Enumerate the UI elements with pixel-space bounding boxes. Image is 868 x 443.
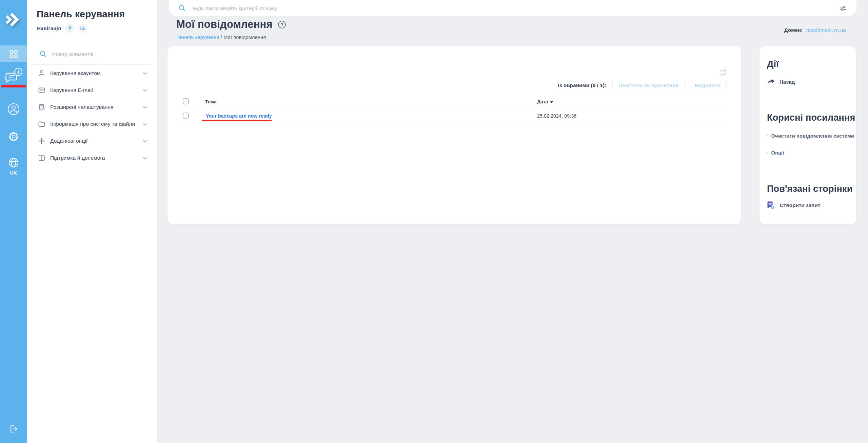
- list-view-icon: [80, 26, 85, 31]
- toggle-menu-view-button[interactable]: [78, 24, 87, 33]
- bulk-actions-row: Із обраними (0 / 1): Помітити як прочита…: [558, 80, 727, 90]
- delete-button[interactable]: Видалити: [689, 80, 727, 90]
- selection-count-label: Із обраними (0 / 1):: [558, 82, 607, 88]
- settings-gear-icon[interactable]: [8, 131, 19, 142]
- help-icon[interactable]: ?: [278, 20, 286, 29]
- sidebar-item-label: Керування акаунтом: [50, 70, 101, 76]
- domain-indicator: Домен: testdomain.vn.ua: [784, 27, 846, 33]
- dashboard-grid-icon[interactable]: [8, 48, 19, 59]
- language-code-label[interactable]: UK: [0, 170, 27, 176]
- pin-sidebar-button[interactable]: [65, 24, 74, 33]
- column-header-date[interactable]: Дата: [537, 99, 553, 104]
- column-header-date-label: Дата: [537, 99, 548, 104]
- chevron-down-icon: [143, 72, 147, 75]
- clear-system-messages-link[interactable]: ·Очистити повідомлення системи: [766, 133, 854, 139]
- sidebar-item-additional-options[interactable]: Додаткові опції: [27, 133, 157, 149]
- sidebar-item-label: Розширені налаштування: [50, 104, 114, 110]
- envelope-icon: [37, 86, 46, 94]
- chevron-down-icon: [143, 89, 147, 92]
- user-icon: [37, 69, 46, 77]
- notifications-messages-icon[interactable]: 1: [4, 70, 19, 84]
- sidebar-item-system-info-files[interactable]: Інформація про систему та файли: [27, 116, 157, 133]
- sidebar-item-account-management[interactable]: Керування акаунтом: [27, 65, 157, 82]
- annotation-red-underline-row: [202, 120, 272, 121]
- account-user-icon[interactable]: [7, 103, 20, 116]
- select-all-checkbox[interactable]: [183, 98, 189, 104]
- back-label: Назад: [780, 79, 795, 85]
- sidebar-item-label: Додаткові опції: [50, 138, 87, 144]
- global-search-bar: [169, 0, 856, 16]
- search-icon: [39, 50, 47, 58]
- create-request-link[interactable]: Створити запит: [766, 201, 821, 210]
- unread-count-badge: 1: [14, 68, 22, 76]
- back-action[interactable]: Назад: [767, 78, 795, 85]
- forward-arrow-icon: [767, 78, 775, 85]
- bullet: ·: [766, 133, 768, 139]
- global-search-input[interactable]: [193, 0, 820, 16]
- chevron-down-icon: [143, 123, 147, 126]
- create-request-label: Створити запит: [780, 202, 821, 208]
- breadcrumb-parent-link[interactable]: Панель керування: [176, 35, 219, 40]
- folder-icon: [37, 120, 46, 128]
- messages-card: Із обраними (0 / 1): Помітити як прочита…: [167, 46, 741, 224]
- page-header: Мої повідомлення ?: [176, 18, 286, 31]
- message-subject-link[interactable]: Your backups are now ready: [206, 113, 272, 119]
- icon-sidebar: 1 UK: [0, 0, 27, 443]
- mark-as-read-button[interactable]: Помітити як прочитане: [612, 80, 685, 90]
- pin-icon: [67, 26, 72, 31]
- chevron-down-icon: [143, 140, 147, 143]
- actions-title: Дії: [767, 59, 779, 69]
- plus-icon: [37, 137, 46, 145]
- row-checkbox[interactable]: [183, 113, 189, 119]
- filter-elements-input[interactable]: [52, 51, 143, 57]
- sidebar-item-advanced-settings[interactable]: Розширені налаштування: [27, 99, 157, 116]
- message-date: 25.02.2024, 09:36: [537, 113, 576, 119]
- page-title: Мої повідомлення: [176, 18, 273, 31]
- options-link[interactable]: ·Опції: [766, 150, 784, 156]
- sidebar-item-label: Інформація про систему та файли: [50, 121, 135, 127]
- create-request-ticket-icon: [766, 201, 775, 210]
- breadcrumb-separator: /: [219, 35, 224, 40]
- sidebar-filter: [39, 50, 151, 58]
- refresh-icon[interactable]: [719, 69, 727, 76]
- sidebar-item-email-management[interactable]: Керування E-mail: [27, 82, 157, 99]
- side-actions-panel: Дії Назад Корисні посилання ·Очистити по…: [760, 46, 856, 224]
- sidebar-item-label: Керування E-mail: [50, 87, 93, 93]
- link-label: Очистити повідомлення системи: [771, 133, 854, 139]
- bullet: ·: [766, 150, 768, 156]
- logout-icon[interactable]: [9, 424, 18, 434]
- useful-links-title: Корисні посилання: [767, 113, 855, 123]
- search-settings-sliders-icon[interactable]: [839, 4, 847, 12]
- breadcrumb: Панель керування / Мої повідомлення: [176, 35, 266, 40]
- svg-text:?: ?: [281, 22, 283, 27]
- table-divider: [179, 108, 730, 108]
- sidebar-item-label: Підтримка й допомога: [50, 155, 105, 161]
- domain-label: Домен:: [784, 27, 803, 33]
- related-pages-title: Пов'язані сторінки: [767, 184, 852, 194]
- column-header-subject[interactable]: Тема: [205, 99, 216, 104]
- domain-value-link[interactable]: testdomain.vn.ua: [806, 27, 846, 33]
- sort-desc-icon: [550, 101, 553, 103]
- sidebar-item-support-help[interactable]: Підтримка й допомога: [27, 149, 157, 166]
- sidebar-nav-row: Навігація: [37, 24, 87, 33]
- breadcrumb-current: Мої повідомлення: [223, 35, 266, 40]
- chevron-down-icon: [143, 106, 147, 109]
- sidebar-title: Панель керування: [37, 9, 125, 20]
- link-label: Опції: [771, 150, 784, 156]
- document-gear-icon: [37, 103, 46, 111]
- exclamation-square-icon: [37, 154, 46, 162]
- chevron-down-icon: [143, 157, 147, 160]
- navigation-sidebar: Панель керування Навігація: [27, 0, 157, 443]
- search-icon: [178, 4, 186, 12]
- sidebar-menu: Керування акаунтом Керування E-mail: [27, 65, 157, 166]
- annotation-red-underline-iconbar: [1, 85, 26, 87]
- table-divider: [179, 127, 730, 127]
- app-logo-chevrons-icon[interactable]: [5, 12, 22, 28]
- language-globe-icon[interactable]: [8, 157, 19, 168]
- nav-label: Навігація: [37, 25, 61, 31]
